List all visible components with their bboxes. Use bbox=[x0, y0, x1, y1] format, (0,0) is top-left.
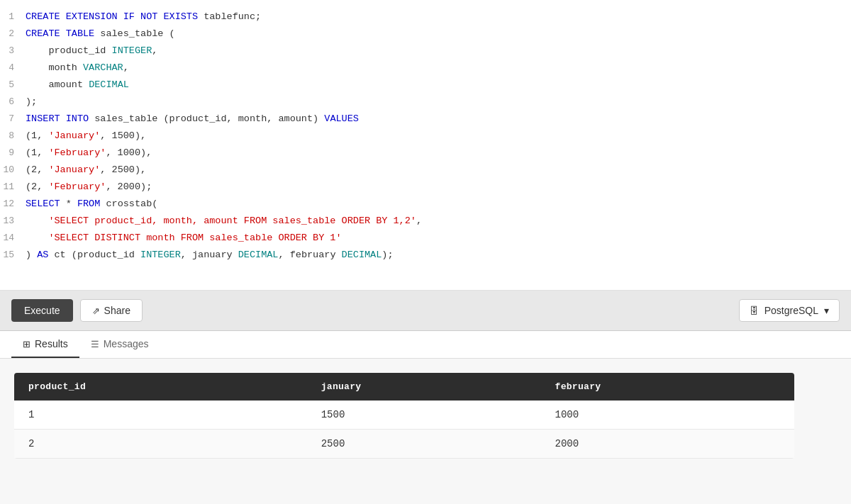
toolbar-left: Execute ⇗ Share bbox=[11, 299, 143, 322]
line-num-15: 15 bbox=[0, 247, 26, 264]
results-table: product_id january february 1 1500 1000 … bbox=[14, 373, 794, 459]
code-line-6: 6 ); bbox=[0, 94, 851, 111]
line-num-12: 12 bbox=[0, 196, 26, 213]
line-num-2: 2 bbox=[0, 26, 26, 43]
line-num-7: 7 bbox=[0, 111, 26, 128]
code-line-7: 7 INSERT INTO sales_table (product_id, m… bbox=[0, 111, 851, 128]
table-row: 1 1500 1000 bbox=[14, 401, 794, 430]
code-lines: 1 CREATE EXTENSION IF NOT EXISTS tablefu… bbox=[0, 9, 851, 264]
cell-january-2: 2500 bbox=[307, 430, 541, 459]
line-num-10: 10 bbox=[0, 162, 26, 179]
line-content-4: month VARCHAR, bbox=[26, 60, 129, 77]
line-num-6: 6 bbox=[0, 94, 26, 111]
line-num-13: 13 bbox=[0, 213, 26, 230]
cell-january-1: 1500 bbox=[307, 401, 541, 430]
line-content-2: CREATE TABLE sales_table ( bbox=[26, 26, 175, 43]
line-content-12: SELECT * FROM crosstab( bbox=[26, 196, 157, 213]
code-line-14: 14 'SELECT DISTINCT month FROM sales_tab… bbox=[0, 230, 851, 247]
database-icon: 🗄 bbox=[750, 306, 759, 316]
cell-product-id-2: 2 bbox=[14, 430, 307, 459]
line-content-10: (2, 'January', 2500), bbox=[26, 162, 146, 179]
db-selector-area: 🗄 PostgreSQL ▾ bbox=[739, 299, 840, 322]
db-selector-button[interactable]: 🗄 PostgreSQL ▾ bbox=[739, 299, 840, 322]
table-header-row: product_id january february bbox=[14, 373, 794, 401]
line-num-9: 9 bbox=[0, 145, 26, 162]
line-content-3: product_id INTEGER, bbox=[26, 43, 157, 60]
line-content-9: (1, 'February', 1000), bbox=[26, 145, 152, 162]
line-num-5: 5 bbox=[0, 77, 26, 94]
db-label: PostgreSQL bbox=[764, 305, 818, 316]
code-line-12: 12 SELECT * FROM crosstab( bbox=[0, 196, 851, 213]
message-icon: ☰ bbox=[91, 339, 99, 349]
results-tabs: ⊞ Results ☰ Messages bbox=[0, 331, 851, 359]
table-header: product_id january february bbox=[14, 373, 794, 401]
line-num-14: 14 bbox=[0, 230, 26, 247]
results-content: product_id january february 1 1500 1000 … bbox=[0, 359, 851, 473]
share-button[interactable]: ⇗ Share bbox=[80, 299, 143, 322]
grid-icon: ⊞ bbox=[23, 339, 30, 349]
col-product-id: product_id bbox=[14, 373, 307, 401]
results-area: ⊞ Results ☰ Messages product_id january … bbox=[0, 331, 851, 504]
code-editor[interactable]: 1 CREATE EXTENSION IF NOT EXISTS tablefu… bbox=[0, 0, 851, 291]
col-february: february bbox=[541, 373, 794, 401]
tab-results[interactable]: ⊞ Results bbox=[11, 331, 79, 358]
main-container: 1 CREATE EXTENSION IF NOT EXISTS tablefu… bbox=[0, 0, 851, 504]
tab-messages[interactable]: ☰ Messages bbox=[79, 331, 160, 358]
share-icon: ⇗ bbox=[92, 306, 100, 316]
code-line-2: 2 CREATE TABLE sales_table ( bbox=[0, 26, 851, 43]
line-num-4: 4 bbox=[0, 60, 26, 77]
line-num-3: 3 bbox=[0, 43, 26, 60]
line-content-1: CREATE EXTENSION IF NOT EXISTS tablefunc… bbox=[26, 9, 261, 26]
code-line-8: 8 (1, 'January', 1500), bbox=[0, 128, 851, 145]
toolbar: Execute ⇗ Share 🗄 PostgreSQL ▾ bbox=[0, 291, 851, 331]
code-line-1: 1 CREATE EXTENSION IF NOT EXISTS tablefu… bbox=[0, 9, 851, 26]
line-content-7: INSERT INTO sales_table (product_id, mon… bbox=[26, 111, 359, 128]
code-line-11: 11 (2, 'February', 2000); bbox=[0, 179, 851, 196]
code-line-5: 5 amount DECIMAL bbox=[0, 77, 851, 94]
share-label: Share bbox=[104, 305, 130, 316]
code-line-3: 3 product_id INTEGER, bbox=[0, 43, 851, 60]
execute-button[interactable]: Execute bbox=[11, 299, 73, 322]
table-body: 1 1500 1000 2 2500 2000 bbox=[14, 401, 794, 459]
tab-messages-label: Messages bbox=[104, 338, 149, 349]
line-content-13: 'SELECT product_id, month, amount FROM s… bbox=[26, 213, 422, 230]
cell-product-id-1: 1 bbox=[14, 401, 307, 430]
code-line-10: 10 (2, 'January', 2500), bbox=[0, 162, 851, 179]
code-line-15: 15 ) AS ct (product_id INTEGER, january … bbox=[0, 247, 851, 264]
code-line-9: 9 (1, 'February', 1000), bbox=[0, 145, 851, 162]
line-content-11: (2, 'February', 2000); bbox=[26, 179, 152, 196]
line-content-6: ); bbox=[26, 94, 37, 111]
line-content-5: amount DECIMAL bbox=[26, 77, 129, 94]
tab-results-label: Results bbox=[35, 338, 68, 349]
table-row: 2 2500 2000 bbox=[14, 430, 794, 459]
cell-february-2: 2000 bbox=[541, 430, 794, 459]
chevron-down-icon: ▾ bbox=[824, 305, 829, 316]
line-content-15: ) AS ct (product_id INTEGER, january DEC… bbox=[26, 247, 394, 264]
line-num-11: 11 bbox=[0, 179, 26, 196]
line-num-1: 1 bbox=[0, 9, 26, 26]
code-line-4: 4 month VARCHAR, bbox=[0, 60, 851, 77]
col-january: january bbox=[307, 373, 541, 401]
cell-february-1: 1000 bbox=[541, 401, 794, 430]
line-content-14: 'SELECT DISTINCT month FROM sales_table … bbox=[26, 230, 342, 247]
line-content-8: (1, 'January', 1500), bbox=[26, 128, 146, 145]
code-line-13: 13 'SELECT product_id, month, amount FRO… bbox=[0, 213, 851, 230]
line-num-8: 8 bbox=[0, 128, 26, 145]
